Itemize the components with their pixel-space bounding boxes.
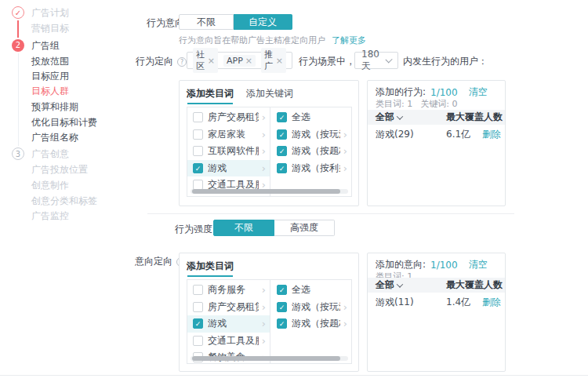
horizontal-scrollbar[interactable] bbox=[191, 356, 348, 361]
behavior-intent-option-custom[interactable]: 自定义 bbox=[234, 14, 292, 30]
delete-link[interactable]: 删除 bbox=[482, 128, 501, 141]
sidebar-item-ad-plan[interactable]: 广告计划 bbox=[31, 6, 69, 19]
delete-link[interactable]: 删除 bbox=[482, 296, 501, 309]
tab-add-keywords[interactable]: 添加关键词 bbox=[246, 87, 293, 104]
checkbox-checked[interactable] bbox=[277, 163, 287, 173]
sidebar-item-target-audience[interactable]: 目标人群 bbox=[31, 85, 69, 97]
item-label: 房产交易租赁 bbox=[208, 111, 259, 124]
scene-tag[interactable]: 推广 × bbox=[261, 48, 286, 73]
checkbox-checked[interactable] bbox=[277, 285, 287, 295]
sidebar-item-budget-schedule[interactable]: 预算和排期 bbox=[31, 100, 78, 113]
tag-label: 社区 bbox=[196, 49, 205, 72]
close-icon[interactable]: × bbox=[276, 56, 283, 66]
sidebar-item-marketing-goal[interactable]: 营销目标 bbox=[31, 22, 69, 35]
chevron-right-icon bbox=[343, 129, 347, 140]
sidebar-item-ad-group[interactable]: 广告组 bbox=[31, 39, 60, 52]
list-item[interactable]: 游戏（按题材） bbox=[271, 143, 351, 160]
sidebar-item-creative-tags[interactable]: 创意分类和标签 bbox=[31, 195, 97, 207]
help-icon[interactable]: ? bbox=[177, 57, 187, 67]
checkbox[interactable] bbox=[193, 129, 203, 140]
scrollbar-thumb[interactable] bbox=[192, 356, 340, 361]
duration-value: 180天 bbox=[361, 49, 387, 73]
table-row: 游戏(11) 1.4亿 删除 bbox=[368, 294, 505, 310]
list-item[interactable]: 互联网软件服务 bbox=[187, 143, 270, 160]
sidebar-item-delivery-scope[interactable]: 投放范围 bbox=[31, 55, 69, 67]
chevron-right-icon bbox=[262, 163, 266, 173]
list-item-selected[interactable]: 游戏 bbox=[187, 160, 270, 177]
duration-select[interactable]: 180天 bbox=[354, 52, 398, 69]
list-item[interactable]: 游戏（按玩法） bbox=[271, 299, 351, 316]
horizontal-scrollbar[interactable] bbox=[191, 189, 348, 194]
sidebar-item-ad-placement[interactable]: 广告投放位置 bbox=[31, 163, 88, 176]
learn-more-link[interactable]: 了解更多 bbox=[332, 35, 366, 46]
checkbox[interactable] bbox=[193, 146, 203, 156]
checkbox-checked[interactable] bbox=[277, 302, 287, 312]
meta-category-count: 类目词: 1 bbox=[376, 98, 412, 110]
checkbox[interactable] bbox=[193, 336, 203, 346]
filter-all-dropdown[interactable]: 全部 bbox=[376, 111, 402, 124]
checkbox-checked[interactable] bbox=[193, 318, 203, 329]
step-connector-line-gray bbox=[18, 53, 19, 146]
tab-add-category-words[interactable]: 添加类目词 bbox=[187, 87, 234, 104]
list-item[interactable]: 商务服务 bbox=[187, 282, 270, 299]
scene-tag[interactable]: APP × bbox=[223, 55, 256, 67]
sidebar-item-optimization-billing[interactable]: 优化目标和计费 bbox=[31, 116, 97, 129]
strength-option-high[interactable]: 高强度 bbox=[274, 220, 335, 236]
checkbox-checked[interactable] bbox=[277, 146, 287, 156]
list-item[interactable]: 全选 bbox=[271, 282, 351, 299]
list-item[interactable]: 游戏（按题材） bbox=[271, 315, 351, 333]
item-label: 游戏 bbox=[208, 162, 259, 175]
sidebar-item-creative-production[interactable]: 创意制作 bbox=[31, 179, 69, 191]
behavior-reach: 6.1亿 bbox=[446, 128, 470, 141]
intent-listbox: 商务服务 房产交易租赁 游戏 交通工具及服务 bbox=[187, 279, 352, 364]
filter-all-label: 全部 bbox=[376, 111, 394, 124]
sidebar-item-ad-group-name[interactable]: 广告组名称 bbox=[31, 131, 78, 144]
checkbox-checked[interactable] bbox=[277, 129, 287, 140]
page-bottom-divider bbox=[0, 375, 588, 376]
category-listbox: 房产交易租赁 家居家装 互联网软件服务 游戏 bbox=[187, 107, 352, 197]
item-label: 交通工具及服务 bbox=[208, 334, 259, 347]
checkbox-checked[interactable] bbox=[277, 112, 287, 122]
checkbox[interactable] bbox=[193, 285, 203, 295]
list-item[interactable]: 房产交易租赁 bbox=[187, 109, 270, 126]
checkbox-checked[interactable] bbox=[277, 318, 287, 329]
close-icon[interactable]: × bbox=[245, 56, 252, 66]
behavior-intent-option-unlimited[interactable]: 不限 bbox=[179, 14, 234, 30]
count-badge: 1/100 bbox=[430, 87, 458, 98]
list-item[interactable]: 交通工具及服务 bbox=[187, 333, 270, 350]
filter-all-dropdown[interactable]: 全部 bbox=[376, 278, 402, 292]
chevron-down-icon bbox=[397, 281, 403, 287]
list-item[interactable]: 全选 bbox=[271, 109, 351, 126]
clear-all-link[interactable]: 清空 bbox=[469, 85, 488, 99]
list-item[interactable]: 游戏（按利益） bbox=[271, 160, 351, 177]
list-item-selected[interactable]: 游戏 bbox=[187, 315, 270, 333]
strength-option-unlimited[interactable]: 不限 bbox=[213, 220, 274, 236]
scene-tag-input[interactable]: 社区 × APP × 推广 × bbox=[187, 52, 292, 69]
item-label: 商务服务 bbox=[208, 283, 259, 297]
intent-category-panel: 添加类目词 商务服务 房产交易租赁 游戏 bbox=[179, 253, 359, 372]
behavior-intent-toggle: 不限 自定义 bbox=[179, 14, 292, 30]
section-divider bbox=[147, 213, 514, 214]
category-panel-tabs: 添加类目词 添加关键词 bbox=[187, 87, 293, 104]
list-item[interactable]: 家居家装 bbox=[187, 126, 270, 144]
item-label: 游戏（按玩法） bbox=[292, 128, 340, 141]
scene-tag[interactable]: 社区 × bbox=[193, 48, 218, 73]
chevron-right-icon bbox=[262, 112, 266, 122]
sidebar-item-ad-monitoring[interactable]: 广告监控 bbox=[31, 209, 69, 222]
list-item[interactable]: 房产交易租赁 bbox=[187, 299, 270, 316]
added-behaviors-header: 全部 最大覆盖人数 bbox=[368, 110, 505, 125]
behavior-targeting-label-text: 行为定向 bbox=[136, 55, 173, 68]
clear-all-link[interactable]: 清空 bbox=[469, 258, 488, 271]
checkbox-checked[interactable] bbox=[193, 163, 203, 173]
tab-add-category-words[interactable]: 添加类目词 bbox=[187, 260, 234, 277]
checkbox[interactable] bbox=[193, 112, 203, 122]
close-icon[interactable]: × bbox=[208, 56, 215, 66]
checkbox[interactable] bbox=[193, 302, 203, 312]
added-intents-panel: 添加的意向: 1/100 清空 类目词: 1 全部 最大覆盖人数 游戏(11) … bbox=[367, 253, 506, 372]
item-label: 游戏（按题材） bbox=[292, 317, 340, 330]
sidebar-item-target-app[interactable]: 目标应用 bbox=[31, 70, 69, 82]
sidebar-item-ad-creative[interactable]: 广告创意 bbox=[31, 147, 69, 160]
item-label: 游戏（按利益） bbox=[292, 162, 340, 175]
scrollbar-thumb[interactable] bbox=[192, 189, 340, 194]
list-item[interactable]: 游戏（按玩法） bbox=[271, 126, 351, 144]
